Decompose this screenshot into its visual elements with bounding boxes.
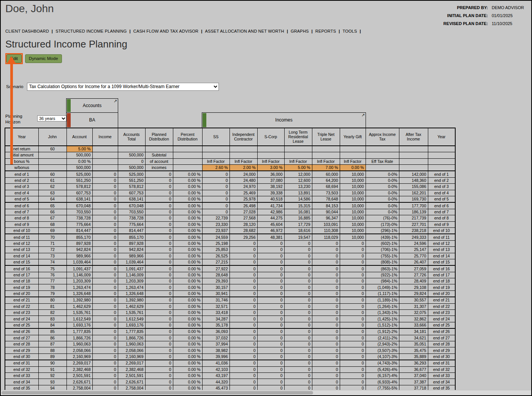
table-cell: 551,250 [66, 177, 92, 183]
table-cell: 37,387 [399, 379, 428, 385]
table-cell: 0.00 % [173, 328, 202, 335]
table-cell: 45,604 [257, 221, 284, 227]
table-cell: 1,392,980 [118, 297, 145, 303]
column-header-approx-income-tax: Approx Income Tax [366, 128, 399, 146]
table-cell: 36,677 [399, 366, 428, 372]
horizontal-scrollbar[interactable] [1, 390, 531, 395]
page-title: Structured Income Planning [5, 39, 527, 50]
table-cell: 0 [284, 310, 312, 316]
table-cell: 77 [38, 278, 66, 284]
table-cell: 25,978 [230, 196, 257, 203]
nav-item-structured-income-planning[interactable]: STRUCTURED INCOME PLANNING [55, 29, 127, 33]
table-cell: 814,447 [66, 227, 92, 234]
table-cell [92, 158, 118, 164]
table-cell: end of 29 [428, 347, 455, 353]
table-row: end of 26851,777,83501,777,83500.00 %36,… [5, 328, 455, 335]
plan-info: PREPARED BY: DEMO ADVISOR INITIAL PLAN D… [443, 5, 527, 26]
table-cell: 1,392,980 [66, 297, 92, 303]
nav-item-asset-allocation-and-net-worth[interactable]: ASSET ALLOCATION AND NET WORTH [205, 29, 284, 33]
table-cell: 0 [284, 341, 312, 347]
table-cell: 155,086 [399, 184, 428, 190]
table-cell: 33,666 [399, 322, 428, 328]
incomes-group-header[interactable]: Incomes ↗ [202, 112, 366, 128]
table-cell: Infl Factor [202, 158, 230, 164]
table-row: end of 867738,7280738,72800.00 %22,73927… [5, 215, 455, 221]
table-cell: end of 23 [428, 310, 455, 316]
table-cell: 96,347 [312, 215, 340, 221]
accounts-group-header[interactable]: Accounts ↗ [66, 98, 118, 113]
table-cell: 43,197 [202, 372, 230, 379]
table-cell: 0 [230, 316, 257, 322]
table-cell: (296)-1% [366, 227, 399, 234]
nav-item-graphs[interactable]: GRAPHS [291, 29, 309, 33]
scenario-select[interactable]: Tax Calculation Options for Income for a… [27, 83, 219, 91]
table-cell: 0 [92, 247, 118, 253]
column-header-yearly-gift: Yearly Gift [340, 128, 366, 146]
table-cell: 1,693,176 [118, 322, 145, 328]
table-cell: 41,734 [257, 202, 284, 209]
table-cell: 0.00 % [173, 366, 202, 372]
table-cell: 0.00 % [173, 316, 202, 322]
table-cell: 0 [257, 240, 284, 246]
table-cell [399, 158, 428, 164]
table-cell: 26,525 [202, 253, 230, 259]
table-cell: (1,512)-1% [366, 322, 399, 328]
table-row: end of 28871,960,06301,960,06300.00 %37,… [5, 341, 455, 347]
column-header-planned-distribution: Planned Distribution [145, 128, 173, 146]
table-cell: end of 34 [5, 379, 38, 385]
incomes-expand-icon[interactable]: ↗ [361, 113, 365, 118]
table-cell: 22,739 [202, 215, 230, 221]
table-cell: 0 [257, 322, 284, 328]
table-cell: end of 17 [5, 272, 38, 278]
table-cell: 0 [257, 341, 284, 347]
table-cell: 82 [38, 310, 66, 316]
table-cell: 2.60 % [202, 165, 230, 171]
table-cell: 989,966 [66, 253, 92, 259]
table-cell: 0 [340, 278, 366, 284]
table-cell: (5,426)-4% [366, 366, 399, 372]
table-cell: (6,157)-4% [366, 372, 399, 379]
table-cell: 60,000 [312, 171, 340, 177]
table-cell: 31,746 [202, 297, 230, 303]
table-cell: 10,000 [340, 234, 366, 240]
table-cell: 61 [38, 177, 66, 183]
table-row: end of 1271897,9280897,92800.00 %25,1980… [5, 240, 455, 246]
table-cell: 84 [38, 322, 66, 328]
table-cell: 703,550 [118, 209, 145, 215]
table-cell: 0 [145, 240, 173, 246]
table-cell: end of 2 [428, 177, 455, 183]
table-row: end of 30892,160,96902,160,96900.00 %39,… [5, 353, 455, 360]
table-cell: 0-0% [366, 190, 399, 196]
table-cell: 0 [145, 253, 173, 259]
table-cell: 0 [312, 335, 340, 341]
table-cell: end of 3 [428, 184, 455, 190]
table-row: end of 23821,535,76101,535,76100.00 %33,… [5, 310, 455, 316]
nav-item-tools[interactable]: TOOLS [343, 29, 357, 33]
nav-item-client-dashboard[interactable]: CLIENT DASHBOARD [5, 29, 49, 33]
dynamic-mode-button[interactable]: Dynamic Mode [25, 54, 62, 63]
scenario-label: Scenario [6, 84, 23, 89]
nav-item-reports[interactable]: REPORTS [315, 29, 336, 33]
table-cell: 0 [202, 177, 230, 183]
prepared-by-value: DEMO ADVISOR [492, 5, 527, 10]
table-cell [173, 146, 202, 152]
nav-item-cash-flow-and-tax-advisor[interactable]: CASH FLOW AND TAX ADVISOR [133, 29, 198, 33]
table-cell: 74 [38, 259, 66, 265]
table-cell: w/bonus [5, 165, 38, 171]
table-cell: 0.00 % [173, 221, 202, 227]
table-cell: 2,626,671 [118, 379, 145, 385]
table-cell: 14,586 [284, 196, 312, 203]
planning-horizon-select[interactable]: 36 years [37, 115, 67, 121]
table-cell: 0 [284, 247, 312, 253]
table-cell: end of 4 [428, 190, 455, 196]
table-cell: 26,498 [230, 202, 257, 209]
scrollbar-thumb[interactable] [2, 391, 313, 394]
accounts-expand-icon[interactable]: ↗ [114, 99, 117, 104]
table-cell: 0 [230, 310, 257, 316]
table-cell: end of 28 [428, 341, 455, 347]
ba-account-header[interactable]: BA [66, 112, 118, 128]
table-cell [428, 158, 455, 164]
column-header-long-term-residential-lease: Long Term Residential Lease [284, 128, 312, 146]
table-cell: 0 [202, 196, 230, 203]
table-cell: 0 [230, 265, 257, 272]
